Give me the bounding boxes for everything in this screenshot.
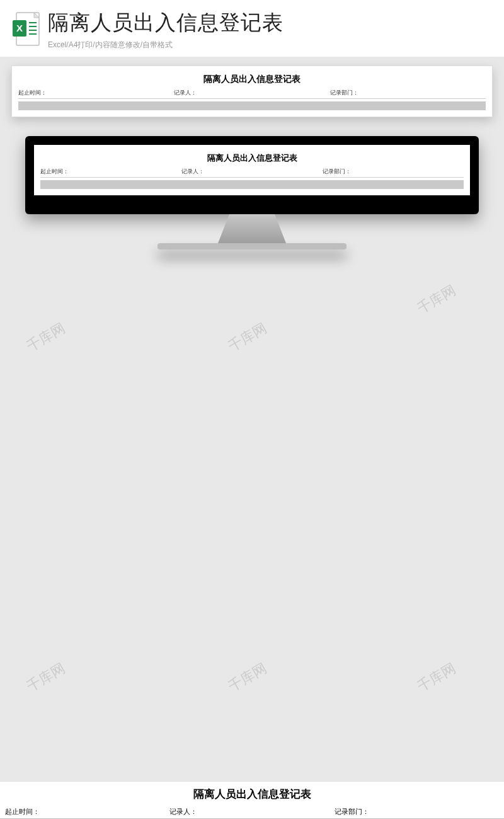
watermark: 千库网 (23, 659, 69, 696)
sheet-footer-bar-screen (40, 180, 464, 189)
meta-recorder: 记录人： (174, 89, 329, 97)
bottom-meta-recorder: 记录人： (169, 807, 334, 816)
bottom-meta-dept: 记录部门： (335, 807, 499, 816)
page-subtitle: Excel/A4打印/内容随意修改/自带格式 (48, 40, 493, 50)
svg-text:X: X (16, 23, 23, 33)
page-header: X 隔离人员出入信息登记表 Excel/A4打印/内容随意修改/自带格式 (0, 0, 504, 57)
page-title: 隔离人员出入信息登记表 (48, 9, 493, 37)
bottom-strip: 隔离人员出入信息登记表 起止时间： 记录人： 记录部门： (0, 782, 504, 819)
sheet-title-screen: 隔离人员出入信息登记表 (40, 150, 464, 166)
meta-recorder-screen: 记录人： (181, 168, 323, 176)
meta-dept-screen: 记录部门： (323, 168, 464, 176)
sheet-footer-bar (18, 101, 486, 110)
bottom-title: 隔离人员出入信息登记表 (0, 782, 504, 805)
monitor-stand-base (158, 243, 346, 249)
bottom-meta-row: 起止时间： 记录人： 记录部门： (0, 805, 504, 819)
watermark: 千库网 (23, 319, 69, 356)
monitor-mockup: 隔离人员出入信息登记表 起止时间： 记录人： 记录部门： (0, 136, 504, 249)
excel-icon: X (11, 11, 42, 49)
watermark: 千库网 (225, 659, 270, 696)
bottom-meta-period: 起止时间： (5, 807, 169, 816)
monitor-stand-neck (214, 214, 290, 243)
meta-period: 起止时间： (18, 89, 174, 97)
watermark: 千库网 (225, 319, 270, 356)
meta-period-screen: 起止时间： (40, 168, 181, 176)
sheet-title: 隔离人员出入信息登记表 (18, 71, 486, 88)
watermark: 千库网 (414, 659, 459, 696)
meta-row-screen: 起止时间： 记录人： 记录部门： (40, 166, 464, 178)
meta-dept: 记录部门： (330, 89, 486, 97)
sheet-preview-card: 隔离人员出入信息登记表 起止时间： 记录人： 记录部门： (11, 66, 493, 117)
watermark: 千库网 (414, 281, 459, 318)
meta-row: 起止时间： 记录人： 记录部门： (18, 88, 486, 99)
